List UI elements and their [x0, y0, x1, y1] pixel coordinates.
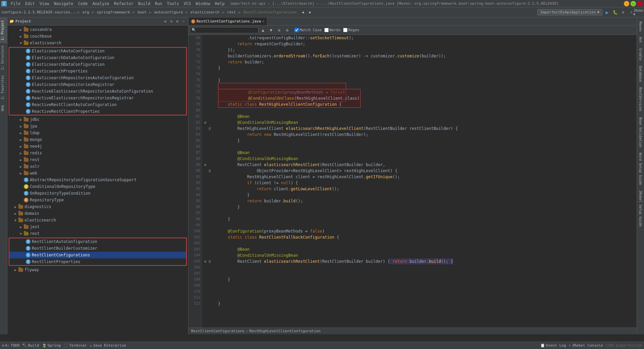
- find-filter-button[interactable]: ≡: [276, 27, 282, 34]
- breadcrumb-bottom-class[interactable]: RestClientConfigurations: [191, 329, 245, 333]
- gradle-tab[interactable]: Gradle: [638, 46, 643, 63]
- menu-file[interactable]: File: [9, 1, 22, 7]
- collapse-button[interactable]: ⊘: [169, 19, 174, 24]
- wordsetup-tab[interactable]: Word Setup Guide: [638, 150, 643, 188]
- ann-90[interactable]: @: [209, 168, 215, 174]
- menu-run[interactable]: Run: [153, 1, 164, 7]
- tree-item-elasticsearch2[interactable]: ▼ elasticsearch: [7, 217, 188, 223]
- breadcrumb-autoconfigure[interactable]: autoconfigure: [152, 9, 185, 15]
- toggle-jest[interactable]: ▶: [18, 224, 23, 230]
- menu-analyze[interactable]: Analyze: [90, 1, 111, 7]
- ann-83[interactable]: @: [209, 126, 215, 132]
- tree-item-jpa[interactable]: ▶ jpa: [7, 123, 188, 130]
- tree-item-ReactiveRestClientProperties[interactable]: C ReactiveRestClientProperties: [9, 108, 186, 115]
- regex-check[interactable]: Regex: [343, 28, 359, 32]
- toggle-elasticsearch2[interactable]: ▼: [13, 217, 18, 223]
- settings-button[interactable]: ⚙: [175, 19, 180, 24]
- menu-help[interactable]: Help: [213, 1, 227, 7]
- tree-item-flyway[interactable]: ▶ flyway: [7, 266, 188, 273]
- words-check[interactable]: Words: [324, 28, 340, 32]
- tree-item-OnRepositoryTypeCondition[interactable]: ▶ C OnRepositoryTypeCondition: [7, 190, 188, 197]
- find-prev-button[interactable]: ▲: [260, 27, 266, 34]
- tree-item-ElasticsearchProperties[interactable]: C ElasticsearchProperties: [9, 68, 186, 74]
- debug-button[interactable]: 🐛: [612, 9, 619, 16]
- code-editor[interactable]: 68 69 70 71 72 73 74 75 76 77 78 79 80 8…: [189, 35, 637, 328]
- tree-item-mongo[interactable]: ▶ mongo: [7, 136, 188, 143]
- spring-button[interactable]: 🍃 Spring: [42, 343, 61, 348]
- terminal-button[interactable]: ⬛ Terminal: [63, 343, 87, 348]
- toggle-web[interactable]: ▶: [18, 170, 23, 176]
- find-settings-button[interactable]: ⚙: [284, 27, 290, 34]
- event-log-button[interactable]: 📋 Event Log: [540, 343, 566, 348]
- tree-item-RestClientAutoConfiguration[interactable]: C RestClientAutoConfiguration: [9, 238, 186, 245]
- menu-build[interactable]: Build: [136, 1, 152, 7]
- toggle-ldap[interactable]: ▶: [18, 130, 23, 136]
- web-tab[interactable]: Web: [0, 102, 7, 114]
- menu-vcs[interactable]: VCS: [182, 1, 193, 7]
- toggle-neo4j[interactable]: ▶: [18, 144, 23, 149]
- match-case-check[interactable]: Match Case: [294, 28, 322, 32]
- tree-item-RepositoryType[interactable]: ▶ E RepositoryType: [7, 197, 188, 203]
- hide-button[interactable]: −: [181, 19, 186, 24]
- breadcrumb-elasticsearch[interactable]: elasticsearch: [189, 9, 221, 15]
- toggle-jpa[interactable]: ▶: [18, 123, 23, 129]
- nav-back[interactable]: ◀: [300, 9, 306, 16]
- tab-RestClientConfigurations[interactable]: C RestClientConfigurations.java ×: [189, 17, 267, 25]
- tree-item-couchbase[interactable]: ▶ couchbase: [7, 33, 188, 40]
- sync-button[interactable]: ⊕: [163, 19, 168, 24]
- ant-tab[interactable]: Ant: [638, 34, 643, 46]
- bean-icon-82[interactable]: ◉: [203, 120, 208, 125]
- tree-item-ldap[interactable]: ▶ ldap: [7, 130, 188, 136]
- words-checkbox[interactable]: [324, 28, 329, 32]
- find-next-button[interactable]: ▼: [268, 27, 274, 34]
- tree-item-ReactiveRestClientAutoConfiguration[interactable]: C ReactiveRestClientAutoConfiguration: [9, 101, 186, 108]
- menu-refactor[interactable]: Refactor: [112, 1, 136, 7]
- jrebelsetup-tab[interactable]: JRebel Setup Guide: [638, 188, 643, 229]
- find-input[interactable]: [196, 28, 257, 33]
- maximize-button[interactable]: □: [631, 1, 636, 6]
- toggle-jdbc[interactable]: ▶: [18, 117, 23, 122]
- menu-edit[interactable]: Edit: [23, 1, 37, 7]
- regex-checkbox[interactable]: [343, 28, 347, 32]
- tree-item-cassandra[interactable]: ▶ cassandra: [7, 26, 188, 33]
- run-config-dropdown[interactable]: ImperfectEsApiApplication ▼: [537, 9, 602, 15]
- tree-item-ElasticsearchRepositoriesRegistrar[interactable]: C ElasticsearchRepositoriesRegistrar: [9, 81, 186, 88]
- database-tab[interactable]: Database: [638, 63, 643, 85]
- breadcrumb-rest[interactable]: rest: [225, 9, 238, 15]
- tree-item-domain[interactable]: ▶ domain: [7, 210, 188, 217]
- tree-item-solr[interactable]: ▶ solr: [7, 163, 188, 170]
- project-tab[interactable]: 1: Project: [0, 17, 7, 43]
- tab-close-button[interactable]: ×: [262, 19, 264, 23]
- tree-item-jdbc[interactable]: ▶ jdbc: [7, 116, 188, 123]
- tree-item-neo4j[interactable]: ▶ neo4j: [7, 143, 188, 150]
- nav-forward[interactable]: ▶: [307, 9, 314, 16]
- tree-item-ConditionalOnRepositoryType[interactable]: ▶ @ ConditionalOnRepositoryType: [7, 183, 188, 190]
- java-enterprise-button[interactable]: ☕ Java Enterprise: [90, 343, 126, 348]
- toggle-flyway[interactable]: ▶: [13, 267, 18, 272]
- menu-navigate[interactable]: Navigate: [52, 1, 75, 7]
- tree-item-ReactiveElasticsearchRepositoriesRegistrar[interactable]: C ReactiveElasticsearchRepositoriesRegis…: [9, 95, 186, 101]
- toggle-rest-folder[interactable]: ▶: [18, 157, 23, 162]
- tree-item-RestClientProperties[interactable]: C RestClientProperties: [9, 258, 186, 265]
- tree-item-jest[interactable]: ▶ jest: [7, 223, 188, 230]
- ann-105[interactable]: @: [209, 258, 215, 264]
- tree-item-rest2[interactable]: ▼ rest: [7, 230, 188, 237]
- breadcrumb-bottom-method[interactable]: RestHighLevelClientConfiguration: [250, 329, 321, 333]
- minimize-button[interactable]: −: [624, 1, 629, 6]
- tree-item-RestClientConfigurations[interactable]: C RestClientConfigurations: [9, 252, 186, 258]
- bean-icon-105[interactable]: ◉: [203, 259, 208, 264]
- todo-button[interactable]: ⊙ 6: TODO: [2, 343, 19, 348]
- breadcrumb-boot[interactable]: boot: [136, 9, 149, 15]
- tree-item-RestClientBuilderCustomizer[interactable]: I RestClientBuilderCustomizer: [9, 245, 186, 252]
- jrebel-console-button[interactable]: ⚡ JRebel Console: [569, 343, 603, 348]
- tree-item-redis[interactable]: ▶ redis: [7, 150, 188, 156]
- favorites-tab[interactable]: 2: Favorites: [0, 72, 7, 102]
- structure-tab[interactable]: 2: Structure: [0, 43, 7, 72]
- toggle-rest2[interactable]: ▼: [18, 231, 23, 236]
- close-button[interactable]: ×: [637, 1, 643, 6]
- tree-item-web[interactable]: ▶ web: [7, 170, 188, 177]
- toggle-cassandra[interactable]: ▶: [18, 27, 23, 32]
- menu-window[interactable]: Window: [194, 1, 212, 7]
- maven-tab[interactable]: Maven: [638, 19, 643, 34]
- coverage-button[interactable]: ⚙: [620, 9, 627, 16]
